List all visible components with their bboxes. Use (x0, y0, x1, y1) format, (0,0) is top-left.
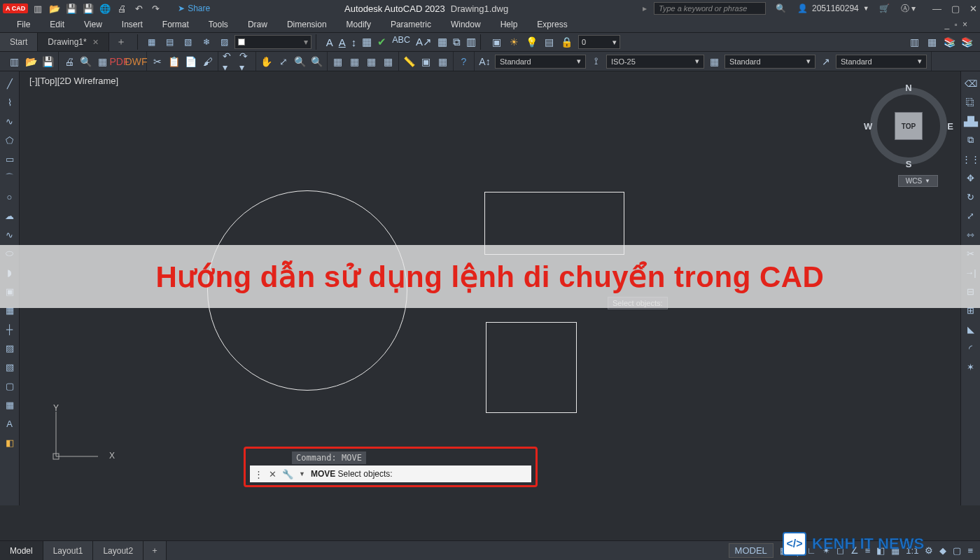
properties-icon[interactable]: ▦ (332, 55, 344, 67)
leader-icon[interactable]: A↗ (416, 36, 432, 48)
pline-icon[interactable]: ⌇ (4, 96, 16, 108)
layer-freeze-icon[interactable]: ❄ (201, 36, 212, 48)
preview-icon[interactable]: 🔍 (80, 55, 92, 67)
measure-icon[interactable]: 📏 (403, 55, 415, 67)
mirror-icon[interactable]: ▟▙ (965, 115, 977, 127)
cut-icon[interactable]: ✂ (151, 55, 163, 67)
viewcube-top[interactable]: TOP (895, 112, 923, 140)
scale-icon[interactable]: ⤢ (965, 209, 977, 222)
text-icon[interactable]: A (326, 36, 333, 48)
tab-drawing1[interactable]: Drawing1* ✕ (38, 33, 108, 51)
lock-icon[interactable]: 🔒 (561, 36, 573, 48)
offset-icon[interactable]: ⧉ (965, 134, 977, 146)
table-icon[interactable]: ▦ (438, 36, 447, 48)
search-input[interactable]: Type a keyword or phrase (654, 2, 766, 15)
new-icon[interactable]: ▥ (8, 55, 20, 67)
text-style-icon[interactable]: A (339, 36, 346, 48)
chamfer-icon[interactable]: ◣ (965, 323, 977, 335)
table-icon[interactable]: ▦ (4, 398, 16, 411)
doc-window-controls[interactable]: _ ▫ × (944, 20, 973, 29)
redo-icon[interactable]: ↷ (150, 3, 161, 14)
cmd-caret-icon[interactable]: ▼ (299, 470, 305, 477)
hatch-icon[interactable]: ▨ (4, 342, 16, 354)
pdf-icon[interactable]: PDF (113, 55, 125, 67)
view-cube[interactable]: N S E W TOP (867, 84, 951, 168)
menu-express[interactable]: Express (527, 18, 577, 31)
web-icon[interactable]: 🌐 (99, 3, 111, 14)
copy-icon[interactable]: 📋 (168, 55, 180, 67)
tab-start[interactable]: Start (0, 33, 38, 51)
compass-w[interactable]: W (864, 121, 872, 132)
minimize-icon[interactable]: — (932, 4, 941, 14)
calc-icon[interactable]: ▦ (437, 55, 449, 67)
mtext-icon[interactable]: ABC (392, 35, 410, 49)
compass-n[interactable]: N (905, 83, 911, 93)
table-style-dropdown[interactable]: Standard▾ (724, 55, 816, 69)
insert-block-icon[interactable]: ▣ (491, 36, 503, 48)
app-icon[interactable]: Ⓐ ▾ (901, 3, 916, 15)
bulb-icon[interactable]: 💡 (526, 36, 538, 48)
region-icon[interactable]: ▢ (4, 379, 16, 392)
menu-file[interactable]: File (7, 18, 40, 31)
layer-iso-icon[interactable]: ▧ (183, 36, 194, 48)
open-icon[interactable]: 📂 (25, 55, 37, 67)
tool-palette-icon[interactable]: ▦ (365, 55, 377, 67)
compass-e[interactable]: E (947, 121, 953, 132)
sheet-set-icon[interactable]: ▦ (382, 55, 394, 67)
field-icon[interactable]: ⧉ (453, 36, 461, 48)
book2-icon[interactable]: 📚 (961, 36, 973, 48)
print-icon[interactable]: 🖨 (63, 55, 75, 67)
tablestyle-icon[interactable]: ▦ (708, 55, 720, 67)
fillet-icon[interactable]: ◜ (965, 342, 977, 354)
mtext-icon[interactable]: A (4, 417, 16, 430)
publish-icon[interactable]: ▦ (97, 55, 108, 67)
customize-icon[interactable]: ≡ (967, 545, 973, 556)
menu-insert[interactable]: Insert (112, 18, 153, 31)
move-icon[interactable]: ✥ (965, 172, 977, 184)
book-icon[interactable]: 📚 (944, 36, 955, 48)
layer-props-icon[interactable]: ▦ (146, 36, 158, 48)
command-line[interactable]: ⋮ ✕ 🔧 ▼ MOVE Select objects: (250, 465, 531, 482)
revcloud-icon[interactable]: ☁ (4, 209, 16, 222)
menu-tools[interactable]: Tools (199, 18, 238, 31)
layer-number-dropdown[interactable]: 0 ▾ (578, 35, 620, 49)
save-icon[interactable]: 💾 (66, 3, 77, 14)
saveas-icon[interactable]: 💾 (83, 3, 94, 14)
plot-icon[interactable]: 🖨 (116, 3, 127, 14)
circle-icon[interactable]: ○ (4, 190, 16, 203)
tab-layout1[interactable]: Layout1 (43, 541, 94, 560)
stretch-icon[interactable]: ⇿ (965, 228, 977, 241)
close-icon[interactable]: ✕ (969, 4, 977, 14)
arc-icon[interactable]: ⌒ (4, 172, 16, 184)
clean-icon[interactable]: ▢ (953, 545, 961, 556)
help-icon[interactable]: ? (458, 55, 470, 67)
cmd-handle-icon[interactable]: ⋮ (254, 469, 263, 479)
spline-icon[interactable]: ∿ (4, 228, 16, 241)
menu-draw[interactable]: Draw (238, 18, 277, 31)
user-menu[interactable]: 👤 2051160294 ▼ (797, 4, 869, 13)
erase-icon[interactable]: ⌫ (965, 77, 977, 90)
rectangle-icon[interactable]: ▭ (4, 153, 16, 165)
viewport-label[interactable]: [-][Top][2D Wireframe] (29, 76, 118, 86)
rotate-icon[interactable]: ↻ (965, 190, 977, 203)
group-icon[interactable]: ▥ (909, 36, 920, 48)
dimstyle-icon[interactable]: ⟟ (590, 55, 602, 67)
textstyle-icon[interactable]: A↕ (479, 55, 491, 67)
search-caret-icon[interactable]: ▸ (643, 4, 647, 13)
menu-parametric[interactable]: Parametric (381, 18, 441, 31)
save-icon[interactable]: 💾 (42, 55, 54, 67)
view-icon[interactable]: ▤ (543, 36, 555, 48)
menu-format[interactable]: Format (153, 18, 199, 31)
explode-icon[interactable]: ✶ (965, 360, 977, 373)
tab-model[interactable]: Model (0, 541, 43, 560)
cart-icon[interactable]: 🛒 (879, 4, 890, 13)
design-center-icon[interactable]: ▦ (349, 55, 360, 67)
dwf-icon[interactable]: DWF (130, 55, 142, 67)
menu-edit[interactable]: Edit (40, 18, 74, 31)
layer-states-icon[interactable]: ▤ (164, 36, 176, 48)
layer-lock-icon[interactable]: ▨ (219, 36, 230, 48)
sun-icon[interactable]: ☀ (508, 36, 520, 48)
tab-layout2[interactable]: Layout2 (93, 541, 144, 560)
pan-icon[interactable]: ✋ (260, 55, 272, 67)
paste-icon[interactable]: 📄 (185, 55, 197, 67)
